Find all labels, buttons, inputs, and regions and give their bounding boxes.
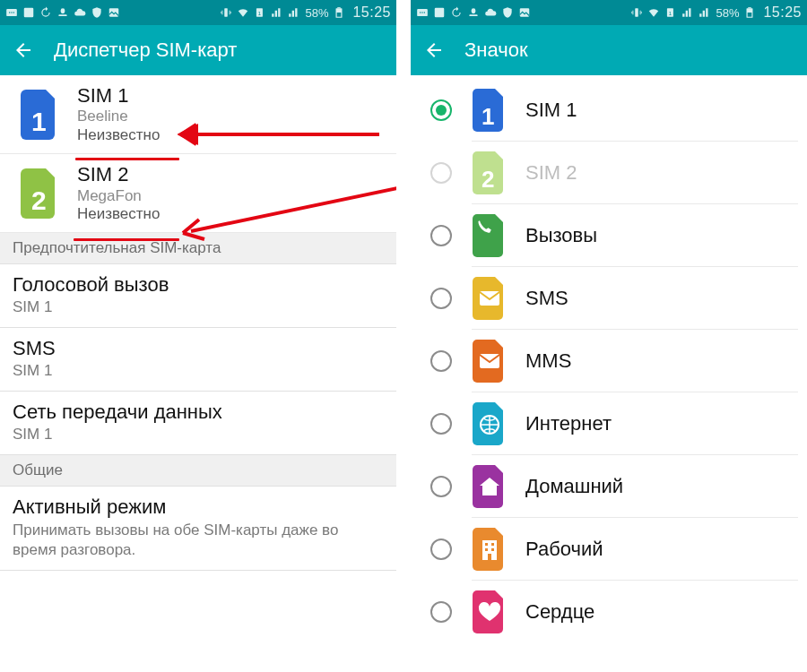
svg-point-3 (13, 12, 15, 13)
option-label: MMS (525, 349, 571, 373)
active-mode-desc: Принимать вызовы на обе SIM-карты даже в… (13, 521, 384, 559)
setting-voice[interactable]: Голосовой вызов SIM 1 (0, 264, 396, 328)
envelope-icon (472, 339, 508, 383)
svg-rect-26 (469, 14, 477, 16)
option-label: Сердце (525, 600, 594, 624)
image-icon (518, 6, 531, 19)
svg-rect-40 (485, 543, 488, 546)
sim1-status-icon: 1 (254, 6, 266, 19)
sim1-name: SIM 1 (77, 84, 160, 108)
icon-option-row[interactable]: SMS (411, 267, 807, 330)
square-icon (22, 6, 35, 19)
radio-button[interactable] (430, 476, 452, 497)
icon-option-row[interactable]: Рабочий (411, 518, 807, 581)
content-left: 1 SIM 1 Beeline Неизвестно 2 SIM 2 MegaF… (0, 75, 396, 571)
svg-point-1 (9, 12, 11, 13)
setting-sms[interactable]: SMS SIM 1 (0, 328, 396, 392)
setting-voice-sub: SIM 1 (13, 298, 384, 316)
battery-text: 58% (305, 6, 328, 20)
sim-icon: 2 (472, 151, 508, 195)
globe-icon (472, 401, 508, 446)
radio-button[interactable] (430, 413, 452, 435)
cloud-icon (484, 6, 497, 19)
setting-active-mode[interactable]: Активный режим Принимать вызовы на обе S… (0, 487, 396, 571)
svg-point-22 (420, 12, 421, 13)
shield-icon (91, 6, 103, 19)
svg-rect-5 (58, 14, 66, 16)
clock-text-r: 15:25 (763, 4, 802, 21)
svg-text:1: 1 (482, 103, 494, 130)
svg-rect-32 (749, 7, 752, 8)
message-icon (5, 6, 18, 19)
sim2-name: SIM 2 (77, 163, 160, 186)
svg-rect-42 (485, 548, 488, 551)
image-icon (108, 6, 120, 19)
svg-rect-41 (491, 543, 494, 546)
status-right-icons-r: 1 58% 15:25 (630, 4, 802, 21)
page-title-r: Значок (464, 39, 528, 62)
svg-text:1: 1 (669, 11, 672, 16)
section-preferred: Предпочтительная SIM-карта (0, 233, 396, 264)
svg-rect-4 (24, 8, 34, 18)
svg-rect-33 (748, 13, 752, 17)
battery-icon (743, 6, 756, 19)
signal2-icon (699, 6, 711, 19)
svg-rect-12 (337, 13, 342, 17)
radio-button[interactable] (430, 225, 452, 246)
icon-option-row[interactable]: Вызовы (411, 204, 807, 267)
hat-icon (56, 6, 69, 19)
svg-rect-44 (488, 554, 491, 560)
battery-text-r: 58% (716, 6, 739, 20)
sim2-row[interactable]: 2 SIM 2 MegaFon Неизвестно (0, 154, 396, 233)
sim2-status: Неизвестно (77, 205, 160, 223)
setting-sms-sub: SIM 1 (13, 362, 384, 380)
app-bar: Диспетчер SIM-карт (0, 25, 396, 75)
wifi-icon (647, 6, 660, 19)
radio-button[interactable] (430, 350, 452, 372)
icon-option-row[interactable]: Домашний (411, 455, 807, 518)
sim1-status-icon: 1 (664, 6, 677, 19)
svg-rect-25 (435, 8, 445, 18)
radio-button[interactable] (430, 99, 452, 121)
svg-text:1: 1 (258, 11, 261, 16)
setting-data[interactable]: Сеть передачи данных SIM 1 (0, 392, 396, 455)
clock-text: 15:25 (352, 4, 391, 21)
phone-icon (472, 213, 508, 258)
sim2-text: SIM 2 MegaFon Неизвестно (77, 163, 160, 223)
radio-button[interactable] (430, 288, 452, 309)
building-icon (472, 527, 508, 572)
signal-icon (681, 6, 694, 19)
message-icon (416, 6, 429, 19)
icon-option-row[interactable]: 1SIM 1 (411, 79, 807, 142)
svg-rect-43 (491, 548, 494, 551)
phone-left: 1 58% 15:25 Диспетчер SIM-карт 1 SIM 1 B… (0, 0, 396, 672)
icon-option-row: 2SIM 2 (411, 142, 807, 204)
status-left-icons-r (416, 6, 531, 19)
page-title: Диспетчер SIM-карт (54, 39, 237, 62)
sim2-icon: 2 (20, 168, 61, 220)
svg-text:2: 2 (482, 166, 494, 193)
section-general: Общие (0, 455, 396, 487)
status-right-icons: 1 58% 15:25 (220, 4, 391, 21)
icon-option-row[interactable]: Интернет (411, 392, 807, 455)
option-label: SMS (525, 287, 568, 310)
phone-right: 1 58% 15:25 Значок 1SIM 12SIM 2ВызовыSMS… (411, 0, 807, 672)
signal-icon (271, 6, 283, 19)
app-bar-r: Значок (411, 25, 807, 75)
sim1-row[interactable]: 1 SIM 1 Beeline Неизвестно (0, 75, 396, 154)
sim1-carrier: Beeline (77, 108, 160, 125)
active-mode-label: Активный режим (13, 495, 384, 519)
icon-option-row[interactable]: MMS (411, 330, 807, 392)
radio-button[interactable] (430, 538, 452, 560)
icon-option-row[interactable]: Сердце (411, 581, 807, 643)
shield-icon (501, 6, 514, 19)
option-label: Рабочий (525, 538, 603, 561)
setting-sms-label: SMS (13, 337, 384, 360)
option-label: Вызовы (525, 224, 597, 247)
square-icon (433, 6, 446, 19)
radio-button[interactable] (430, 601, 452, 623)
back-button[interactable] (423, 39, 445, 61)
sim2-carrier: MegaFon (77, 187, 160, 205)
back-button[interactable] (13, 39, 34, 61)
option-label: SIM 2 (525, 161, 577, 185)
